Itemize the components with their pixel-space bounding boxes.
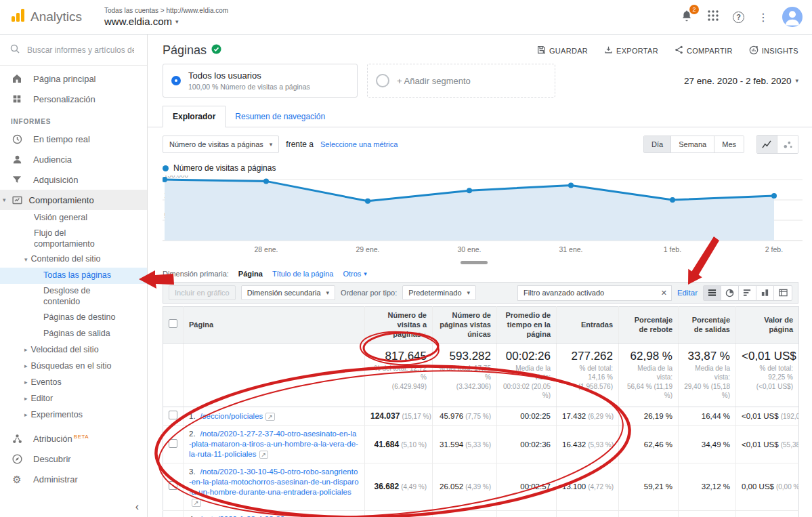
column-header-page-value[interactable]: Valor de página	[736, 307, 799, 344]
select-metric-link[interactable]: Seleccione una métrica	[320, 140, 398, 148]
external-link-icon[interactable]: ↗	[192, 499, 201, 507]
page-link[interactable]: /seccion/policiales	[200, 412, 263, 420]
sidebar-item-acquisition[interactable]: Adquisición	[0, 169, 147, 190]
row-checkbox[interactable]	[169, 481, 177, 490]
funnel-icon	[11, 173, 23, 186]
notifications-button[interactable]: 2	[680, 9, 693, 25]
column-header-avg-time[interactable]: Promedio de tiempo en la página	[497, 307, 557, 344]
table-view-icon	[708, 289, 717, 297]
sidebar-item-behavior-flow[interactable]: Flujo del comportamiento	[0, 226, 147, 251]
page-link[interactable]: /nota/2020-1-27-2-37-40-otro-asesinato-e…	[189, 430, 358, 458]
help-button[interactable]: ?	[733, 12, 744, 23]
metric-selector-dropdown[interactable]: Número de visitas a páginas ▾	[163, 136, 279, 153]
pages-table: Página Número de visitas a páginas ↓ Núm…	[163, 306, 799, 517]
dimension-other-option[interactable]: Otros ▾	[343, 270, 366, 278]
secondary-dimension-dropdown[interactable]: Dimensión secundaria ▾	[241, 285, 335, 300]
data-view-button[interactable]	[704, 286, 721, 300]
sidebar-item-audience[interactable]: Audiencia	[0, 149, 147, 169]
sidebar-item-exit-pages[interactable]: Páginas de salida	[0, 326, 147, 342]
compass-icon	[11, 453, 23, 466]
dimension-page-title-option[interactable]: Título de la página	[272, 270, 334, 278]
collapse-sidebar-button[interactable]: ‹	[135, 501, 139, 513]
sidebar-item-admin[interactable]: ⚙ Administrar	[0, 470, 147, 490]
sidebar-item-behavior[interactable]: ▾ Comportamiento	[0, 190, 147, 210]
select-all-checkbox[interactable]	[169, 319, 177, 328]
granularity-day-button[interactable]: Día	[644, 136, 671, 152]
edit-filter-link[interactable]: Editar	[677, 289, 698, 297]
column-header-exit-rate[interactable]: Porcentaje de salidas	[679, 307, 736, 344]
column-header-pageviews[interactable]: Número de visitas a páginas ↓	[365, 307, 433, 344]
sidebar-item-site-content[interactable]: ▾ Contenido del sitio	[0, 251, 147, 268]
cell-value: 31.594	[440, 440, 463, 449]
export-button[interactable]: EXPORTAR	[604, 45, 658, 56]
chart-scrollbar-handle[interactable]	[461, 261, 488, 264]
pivot-view-button[interactable]	[774, 286, 792, 300]
top-bar: Analytics Todas las cuentas > http://www…	[0, 0, 812, 35]
cell-value: 45.976	[440, 412, 463, 420]
dimension-page-option[interactable]: Página	[238, 270, 263, 278]
row-checkbox[interactable]	[169, 411, 177, 419]
column-header-entrances[interactable]: Entradas	[557, 307, 619, 344]
analytics-logo[interactable]: Analytics	[9, 7, 96, 26]
breadcrumb: Todas las cuentas > http://www.eldia.com	[104, 7, 228, 14]
svg-text:30 ene.: 30 ene.	[457, 245, 481, 253]
tab-navigation-summary[interactable]: Resumen de navegación	[226, 106, 335, 127]
sidebar-item-attribution[interactable]: AtribuciónBETA	[0, 429, 147, 449]
granularity-month-button[interactable]: Mes	[714, 136, 744, 152]
sidebar-item-landing-pages[interactable]: Páginas de destino	[0, 310, 147, 326]
cell-percent: (7,75 %)	[465, 413, 491, 420]
comparison-view-icon	[761, 289, 769, 297]
sidebar-item-discover[interactable]: Descubrir	[0, 449, 147, 470]
account-switcher[interactable]: Todas las cuentas > http://www.eldia.com…	[104, 7, 228, 27]
motion-chart-button[interactable]	[777, 136, 798, 153]
advanced-filter-chip[interactable]: Filtro avanzado activado ✕	[517, 285, 672, 301]
sidebar-item-customization[interactable]: Personalización	[0, 89, 147, 109]
sidebar-item-label: Personalización	[33, 94, 95, 104]
column-header-bounce-rate[interactable]: Porcentaje de rebote	[619, 307, 679, 344]
sidebar-item-experiments[interactable]: ▸ Experimentos	[0, 407, 147, 423]
comparison-view-button[interactable]	[756, 286, 774, 300]
granularity-week-button[interactable]: Semana	[671, 136, 714, 152]
percentage-view-button[interactable]	[721, 286, 739, 300]
insights-button[interactable]: INSIGHTS	[749, 45, 798, 56]
apps-grid-button[interactable]	[707, 9, 719, 24]
row-checkbox[interactable]	[169, 439, 177, 448]
add-segment-button[interactable]: + Añadir segmento	[367, 64, 555, 98]
sidebar-item-events[interactable]: ▸ Eventos	[0, 375, 147, 391]
cell-value: 32,12 %	[702, 482, 730, 491]
cell-percent: (15,17 %)	[402, 413, 431, 420]
sidebar-item-behavior-overview[interactable]: Visión general	[0, 210, 147, 226]
search-input[interactable]	[27, 45, 134, 55]
tab-explorer[interactable]: Explorador	[163, 106, 226, 127]
sidebar-item-publisher[interactable]: ▸ Editor	[0, 391, 147, 407]
sidebar-item-home[interactable]: Página principal	[0, 68, 147, 89]
sidebar-item-realtime[interactable]: En tiempo real	[0, 129, 147, 149]
sidebar-item-site-speed[interactable]: ▸ Velocidad del sitio	[0, 342, 147, 358]
page-link[interactable]: /nota/2020-1-30-10-45-0-otro-robo-sangri…	[189, 468, 359, 496]
segment-all-users[interactable]: Todos los usuarios 100,00 % Número de vi…	[163, 64, 358, 98]
search-icon	[9, 43, 20, 56]
line-chart-button[interactable]	[757, 136, 777, 153]
share-button[interactable]: COMPARTIR	[675, 45, 733, 56]
sort-type-dropdown[interactable]: Predeterminado ▾	[402, 285, 476, 300]
save-button[interactable]: GUARDAR	[537, 45, 588, 56]
sidebar-item-content-drilldown[interactable]: Desglose de contenido	[0, 284, 147, 309]
user-avatar[interactable]	[782, 7, 803, 27]
date-range-picker[interactable]: 27 ene. 2020 - 2 feb. 2020 ▾	[684, 76, 798, 86]
sidebar-item-label: Adquisición	[33, 175, 79, 185]
close-icon[interactable]: ✕	[661, 289, 667, 297]
external-link-icon[interactable]: ↗	[259, 451, 269, 459]
line-chart-icon	[762, 140, 772, 149]
performance-view-button[interactable]	[739, 286, 756, 300]
column-header-page[interactable]: Página	[184, 307, 365, 344]
more-options-button[interactable]: ⋮	[758, 11, 769, 24]
sidebar-item-site-search[interactable]: ▸ Búsquedas en el sitio	[0, 358, 147, 375]
sidebar-search[interactable]	[0, 35, 147, 66]
external-link-icon[interactable]: ↗	[265, 413, 275, 421]
clock-icon	[11, 133, 23, 145]
column-header-unique-pageviews[interactable]: Número de páginas vistas únicas	[433, 307, 497, 344]
sidebar-item-all-pages[interactable]: Todas las páginas	[0, 268, 147, 284]
table-toolbar: Incluir en gráfico Dimensión secundaria …	[163, 282, 798, 304]
sidebar-item-label: Audiencia	[33, 154, 72, 165]
cell-value: 62,46 %	[644, 440, 672, 449]
